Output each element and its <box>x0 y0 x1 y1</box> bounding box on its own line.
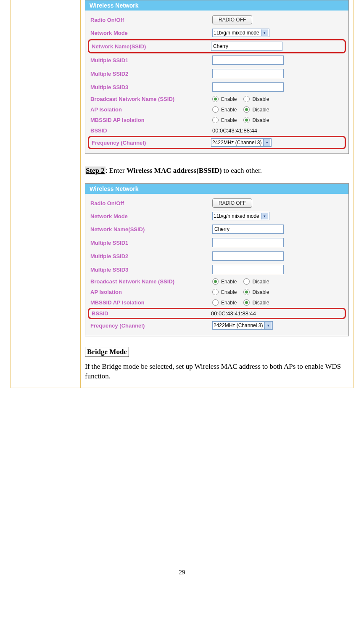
label-frequency: Frequency (Channel) <box>92 140 211 146</box>
apiso-enable-radio[interactable] <box>212 106 219 113</box>
label-mssid3: Multiple SSID3 <box>90 267 212 273</box>
row-mssid1: Multiple SSID1 <box>85 236 348 249</box>
row-mssid2: Multiple SSID2 <box>85 67 348 80</box>
panel-body: Radio On/Off RADIO OFF Network Mode 11b/… <box>85 11 348 153</box>
apiso-enable-label: Enable <box>221 289 237 295</box>
label-radio-onoff: Radio On/Off <box>90 200 212 206</box>
network-mode-select[interactable]: 11b/g/n mixed mode ▾ <box>212 29 269 37</box>
label-mssid1: Multiple SSID1 <box>90 240 212 246</box>
radio-off-button[interactable]: RADIO OFF <box>212 15 252 24</box>
broadcast-disable-label: Disable <box>252 96 269 102</box>
row-radio-onoff: Radio On/Off RADIO OFF <box>85 13 348 26</box>
bssid-value: 00:0C:43:41:88:44 <box>211 310 256 317</box>
bridge-mode-text: If the Bridge mode be selected, set up W… <box>85 362 349 381</box>
bridge-mode-heading: Bridge Mode <box>85 347 129 357</box>
row-mssid1: Multiple SSID1 <box>85 53 348 67</box>
mssid2-input[interactable] <box>212 69 284 78</box>
broadcast-enable-label: Enable <box>221 279 237 285</box>
mbssid-disable-label: Disable <box>252 117 269 123</box>
row-mbssid: MBSSID AP Isolation Enable Disable <box>85 297 348 308</box>
mssid1-input[interactable] <box>212 238 284 247</box>
mbssid-enable-radio[interactable] <box>212 117 219 123</box>
broadcast-enable-label: Enable <box>221 96 237 102</box>
label-mssid1: Multiple SSID1 <box>90 57 212 63</box>
row-mbssid: MBSSID AP Isolation Enable Disable <box>85 115 348 125</box>
panel-header: Wireless Network <box>85 0 348 11</box>
mbssid-disable-radio[interactable] <box>243 117 250 123</box>
network-mode-value: 11b/g/n mixed mode <box>214 213 259 219</box>
chevron-down-icon: ▾ <box>261 213 268 219</box>
label-mbssid: MBSSID AP Isolation <box>90 299 212 306</box>
chevron-down-icon: ▾ <box>264 322 272 329</box>
label-frequency: Frequency (Channel) <box>90 322 212 329</box>
broadcast-disable-label: Disable <box>252 279 269 285</box>
label-mbssid: MBSSID AP Isolation <box>90 117 212 123</box>
row-apiso: AP Isolation Enable Disable <box>85 287 348 297</box>
label-ssid: Network Name(SSID) <box>92 43 211 50</box>
chevron-down-icon: ▾ <box>263 139 270 146</box>
row-network-mode: Network Mode 11b/g/n mixed mode ▾ <box>85 210 348 222</box>
label-broadcast: Broadcast Network Name (SSID) <box>90 96 212 102</box>
label-mssid2: Multiple SSID2 <box>90 253 212 259</box>
step2-label: Step 2 <box>85 166 106 174</box>
label-bssid: BSSID <box>92 310 211 317</box>
frequency-value: 2422MHz (Channel 3) <box>214 322 263 328</box>
wireless-network-panel-1: Wireless Network Radio On/Off RADIO OFF … <box>85 0 349 154</box>
mssid3-input[interactable] <box>212 265 284 274</box>
broadcast-enable-radio[interactable] <box>212 96 219 102</box>
step2-bold: Wireless MAC address(BSSID) <box>127 166 222 174</box>
panel-header: Wireless Network <box>85 184 348 194</box>
label-network-mode: Network Mode <box>90 30 212 36</box>
right-column: Wireless Network Radio On/Off RADIO OFF … <box>81 0 353 388</box>
row-network-mode: Network Mode 11b/g/n mixed mode ▾ <box>85 26 348 39</box>
step2-rest: to each other. <box>222 166 262 174</box>
mssid2-input[interactable] <box>212 251 284 261</box>
ssid-input[interactable] <box>211 42 282 51</box>
mbssid-enable-radio[interactable] <box>212 299 219 306</box>
chevron-down-icon: ▾ <box>261 29 268 36</box>
mbssid-enable-label: Enable <box>221 300 237 306</box>
wireless-network-panel-2: Wireless Network Radio On/Off RADIO OFF … <box>85 183 349 336</box>
broadcast-enable-radio[interactable] <box>212 278 219 285</box>
row-mssid2: Multiple SSID2 <box>85 249 348 263</box>
label-apiso: AP Isolation <box>90 289 212 295</box>
highlight-ssid-row: Network Name(SSID) <box>88 39 346 53</box>
radio-off-button[interactable]: RADIO OFF <box>212 198 252 208</box>
bssid-value: 00:0C:43:41:88:44 <box>212 127 257 134</box>
frequency-select[interactable]: 2422MHz (Channel 3) ▾ <box>211 138 272 147</box>
apiso-disable-radio[interactable] <box>243 106 250 113</box>
row-broadcast: Broadcast Network Name (SSID) Enable Dis… <box>85 276 348 287</box>
broadcast-disable-radio[interactable] <box>243 96 250 102</box>
broadcast-disable-radio[interactable] <box>243 278 250 285</box>
network-mode-select[interactable]: 11b/g/n mixed mode ▾ <box>212 212 269 220</box>
row-mssid3: Multiple SSID3 <box>85 263 348 276</box>
row-bssid: BSSID 00:0C:43:41:88:44 <box>85 125 348 136</box>
ssid-input[interactable] <box>212 225 284 234</box>
label-network-mode: Network Mode <box>90 213 212 219</box>
label-radio-onoff: Radio On/Off <box>90 17 212 23</box>
highlight-frequency-row: Frequency (Channel) 2422MHz (Channel 3) … <box>88 136 346 149</box>
row-frequency: Frequency (Channel) 2422MHz (Channel 3) … <box>85 319 348 332</box>
row-apiso: AP Isolation Enable Disable <box>85 104 348 115</box>
apiso-disable-label: Disable <box>252 289 269 295</box>
panel-body: Radio On/Off RADIO OFF Network Mode 11b/… <box>85 194 348 336</box>
step2-sep: : Enter <box>106 166 127 174</box>
row-broadcast: Broadcast Network Name (SSID) Enable Dis… <box>85 94 348 104</box>
left-column <box>11 0 81 388</box>
highlight-bssid-row: BSSID 00:0C:43:41:88:44 <box>88 308 346 319</box>
frequency-select[interactable]: 2422MHz (Channel 3) ▾ <box>212 321 273 330</box>
mbssid-disable-label: Disable <box>252 300 269 306</box>
mbssid-disable-radio[interactable] <box>243 299 250 306</box>
label-mssid3: Multiple SSID3 <box>90 84 212 90</box>
apiso-enable-radio[interactable] <box>212 289 219 295</box>
mssid3-input[interactable] <box>212 82 284 92</box>
label-bssid: BSSID <box>90 127 212 134</box>
row-radio-onoff: Radio On/Off RADIO OFF <box>85 196 348 210</box>
page-number: 29 <box>0 569 364 584</box>
frequency-value: 2422MHz (Channel 3) <box>212 140 261 145</box>
apiso-disable-radio[interactable] <box>243 289 250 295</box>
mssid1-input[interactable] <box>212 56 284 65</box>
apiso-disable-label: Disable <box>252 107 269 113</box>
label-mssid2: Multiple SSID2 <box>90 71 212 77</box>
step2-text: Step 2: Enter Wireless MAC address(BSSID… <box>85 166 349 175</box>
